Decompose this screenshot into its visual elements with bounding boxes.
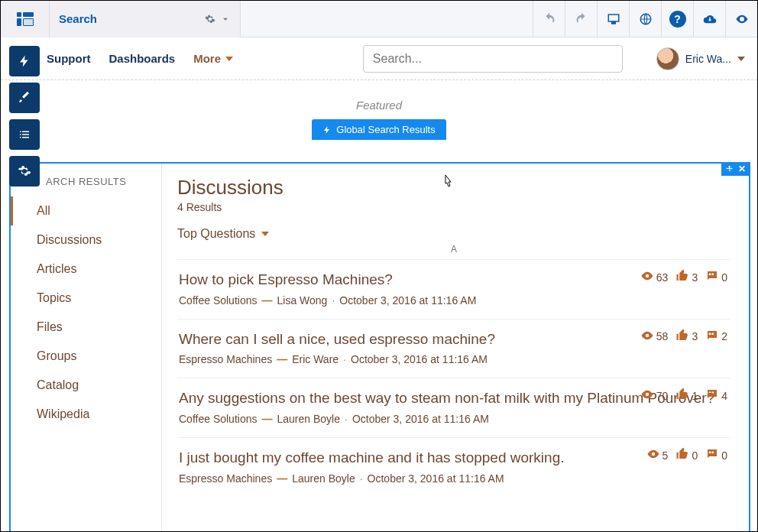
comments-icon — [705, 447, 719, 463]
cloud-upload-button[interactable] — [693, 1, 725, 37]
sidebar-item[interactable]: Wikipedia — [11, 400, 161, 429]
move-icon — [726, 165, 734, 173]
comments-stat: 0 — [705, 269, 727, 285]
rail-list-button[interactable] — [9, 119, 40, 150]
rail-brush-button[interactable] — [9, 83, 40, 113]
thumbs-up-icon — [675, 329, 689, 345]
result-community: Coffee Solutions — [179, 413, 257, 425]
result-date: October 3, 2016 at 11:16 AM — [351, 353, 488, 365]
likes-stat: 0 — [675, 447, 698, 463]
result-author: Lauren Boyle — [277, 413, 340, 425]
gear-icon[interactable] — [205, 14, 215, 24]
results-title: Discussions — [177, 176, 730, 200]
page-select-label: Search — [59, 12, 97, 25]
nav-more-label: More — [193, 52, 221, 65]
results-sidebar: ARCH RESULTS AllDiscussionsArticlesTopic… — [11, 164, 162, 531]
brand-logo[interactable] — [1, 1, 50, 37]
alpha-heading: A — [177, 244, 730, 255]
result-stats: 7014 — [640, 388, 727, 404]
result-author: Lauren Boyle — [292, 472, 355, 485]
rail-lightning-button[interactable] — [9, 46, 40, 76]
thumbs-up-icon — [675, 447, 689, 463]
result-stats: 6330 — [640, 269, 727, 285]
sidebar-item[interactable]: Articles — [11, 255, 161, 284]
results-list: 6330How to pick Espresso Machines?Coffee… — [177, 259, 730, 497]
sidebar-item[interactable]: Files — [11, 313, 161, 342]
sort-label: Top Questions — [177, 227, 255, 241]
user-menu[interactable]: Eric Wa... — [656, 47, 745, 70]
lightning-icon — [322, 125, 332, 135]
avatar — [656, 47, 679, 70]
sidebar-item[interactable]: Discussions — [11, 225, 161, 255]
sidebar-item[interactable]: Catalog — [11, 371, 161, 400]
thumbs-up-icon — [675, 388, 689, 404]
comments-icon — [705, 388, 719, 404]
result-stats: 500 — [646, 447, 727, 463]
panel-handle[interactable]: ✕ — [721, 162, 750, 176]
result-item[interactable]: 7014Any suggestions on the best way to s… — [177, 378, 730, 437]
views-stat: 70 — [640, 388, 669, 404]
result-stats: 5832 — [640, 329, 727, 345]
rail-settings-button[interactable] — [9, 156, 40, 187]
result-community: Coffee Solutions — [179, 294, 257, 307]
comments-icon — [705, 269, 719, 285]
help-icon: ? — [669, 11, 686, 28]
caret-down-icon — [225, 57, 233, 61]
top-bar: Search ? — [1, 1, 757, 37]
result-item[interactable]: 6330How to pick Espresso Machines?Coffee… — [177, 259, 730, 319]
nav-item-support[interactable]: Support — [47, 52, 91, 65]
caret-down-icon — [737, 57, 745, 61]
views-stat: 63 — [640, 269, 669, 285]
builder-rail — [9, 46, 40, 187]
views-stat: 58 — [640, 329, 669, 345]
sidebar-item[interactable]: Topics — [11, 284, 161, 313]
preview-button[interactable] — [725, 1, 757, 37]
views-stat: 5 — [646, 447, 669, 463]
nav-item-dashboards[interactable]: Dashboards — [109, 52, 176, 65]
likes-stat: 3 — [675, 269, 698, 285]
sidebar-list: AllDiscussionsArticlesTopicsFilesGroupsC… — [11, 196, 161, 429]
thumbs-up-icon — [675, 269, 689, 285]
sidebar-item[interactable]: All — [11, 196, 161, 225]
eye-icon — [640, 388, 654, 404]
layout-icon — [17, 12, 34, 26]
result-date: October 3, 2016 at 11:16 AM — [368, 472, 504, 485]
likes-stat: 1 — [675, 388, 698, 404]
result-community: Espresso Machines — [179, 353, 272, 365]
result-community: Espresso Machines — [179, 472, 272, 485]
result-title: I just bought my coffee machine and it h… — [179, 449, 726, 468]
comments-stat: 4 — [705, 388, 727, 404]
help-button[interactable]: ? — [661, 1, 693, 37]
close-icon[interactable]: ✕ — [738, 164, 746, 174]
comments-icon — [705, 329, 719, 345]
likes-stat: 3 — [675, 329, 698, 345]
nav-item-more[interactable]: More — [193, 52, 233, 65]
sidebar-item[interactable]: Groups — [11, 342, 161, 371]
results-count: 4 Results — [177, 201, 730, 213]
caret-down-icon — [261, 232, 269, 236]
result-author: Eric Ware — [292, 353, 339, 365]
search-input[interactable] — [363, 45, 623, 73]
user-name: Eric Wa... — [685, 53, 731, 65]
featured-label: Featured — [1, 80, 757, 119]
globe-button[interactable] — [629, 1, 661, 37]
component-tab-label: Global Search Results — [336, 124, 435, 135]
result-meta: Coffee Solutions—Lisa Wong·October 3, 20… — [179, 294, 726, 307]
sort-dropdown[interactable]: Top Questions — [177, 227, 730, 241]
result-item[interactable]: 5832Where can I sell a nice, used espres… — [177, 319, 730, 378]
component-tab[interactable]: Global Search Results — [312, 119, 445, 140]
eye-icon — [646, 447, 660, 463]
eye-icon — [640, 329, 654, 345]
result-date: October 3, 2016 at 11:16 AM — [352, 413, 489, 425]
redo-button[interactable] — [565, 1, 597, 37]
desktop-button[interactable] — [597, 1, 629, 37]
comments-stat: 0 — [705, 447, 727, 463]
undo-button[interactable] — [533, 1, 565, 37]
result-item[interactable]: 500I just bought my coffee machine and i… — [177, 437, 730, 497]
results-panel: ✕ ARCH RESULTS AllDiscussionsArticlesTop… — [9, 162, 750, 531]
caret-down-icon[interactable] — [220, 14, 231, 24]
result-date: October 3, 2016 at 11:16 AM — [339, 294, 476, 307]
page-select-dropdown[interactable]: Search — [50, 1, 241, 37]
comments-stat: 2 — [705, 329, 727, 345]
nav-bar: Support Dashboards More Eric Wa... — [1, 37, 757, 80]
